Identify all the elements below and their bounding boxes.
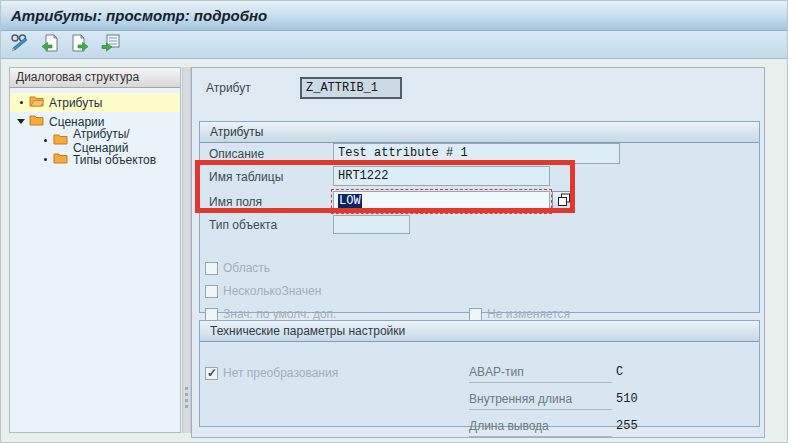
tree-item-attributes[interactable]: Атрибуты <box>10 93 180 112</box>
title-bar: Атрибуты: просмотр: подробно <box>1 1 788 31</box>
detail-panel: Атрибут Z_ATTRIB_1 Атрибуты Описание Tes… <box>191 67 765 438</box>
folder-icon <box>53 152 68 167</box>
object-type-label: Тип объекта <box>209 218 277 232</box>
attribute-label: Атрибут <box>206 81 251 95</box>
matchcode-icon <box>557 193 571 211</box>
folder-icon <box>29 114 44 129</box>
tree-item-label: Типы объектов <box>73 153 156 167</box>
object-type-field[interactable] <box>333 215 410 234</box>
multivalue-checkbox <box>205 285 218 298</box>
next-entry-icon <box>71 34 89 56</box>
technical-settings-title: Технические параметры настройки <box>200 321 759 342</box>
multivalue-checkbox-label: НесколькоЗначен <box>223 284 321 298</box>
output-length-value: 255 <box>616 419 638 433</box>
not-changeable-checkbox-row: Не изменяется <box>469 307 570 321</box>
default-value-checkbox-row: Знач. по умолч. доп. <box>205 307 336 321</box>
default-value-checkbox <box>205 308 218 321</box>
field-name-label: Имя поля <box>209 195 262 209</box>
folder-open-icon <box>29 95 44 110</box>
next-entry-button[interactable] <box>69 34 91 56</box>
not-changeable-checkbox-label: Не изменяется <box>487 307 570 321</box>
area-checkbox <box>205 262 218 275</box>
internal-length-label: Внутренняя длина <box>469 392 612 410</box>
internal-length-value: 510 <box>616 392 638 406</box>
attribute-field[interactable]: Z_ATTRIB_1 <box>300 77 402 99</box>
selected-text: LOW <box>338 194 362 208</box>
application-toolbar <box>1 31 788 59</box>
chevron-expanded-icon[interactable] <box>17 119 25 124</box>
other-entry-button[interactable] <box>99 34 121 56</box>
tree-header: Диалоговая структура <box>10 68 180 88</box>
attributes-groupbox: Атрибуты Описание Test attribute # 1 Имя… <box>199 121 760 313</box>
folder-icon <box>53 133 68 148</box>
panel-splitter[interactable] <box>182 67 191 433</box>
page-title: Атрибуты: просмотр: подробно <box>1 1 788 30</box>
tree-item-label: Атрибуты <box>49 96 102 110</box>
field-name-input[interactable]: LOW <box>333 191 550 212</box>
tree-item-attributes-scenario[interactable]: Атрибуты/Сценарий <box>10 131 180 150</box>
splitter-grip-icon <box>185 387 188 408</box>
output-length-label: Длина вывода <box>469 419 612 437</box>
tree-item-label: Атрибуты/Сценарий <box>73 127 180 155</box>
display-change-icon <box>10 33 30 56</box>
dialog-structure-panel: Диалоговая структура Атрибуты <box>9 67 181 433</box>
table-name-label: Имя таблицы <box>209 170 283 184</box>
no-conversion-checkbox <box>205 367 218 380</box>
tree-item-object-types[interactable]: Типы объектов <box>10 150 180 169</box>
area-checkbox-label: Область <box>223 261 270 275</box>
abap-type-label: ABAP-тип <box>469 365 612 383</box>
previous-entry-icon <box>41 34 59 56</box>
bullet-icon <box>20 101 23 104</box>
description-label: Описание <box>209 147 264 161</box>
description-field[interactable]: Test attribute # 1 <box>333 143 620 164</box>
no-conversion-checkbox-label: Нет преобразования <box>223 366 338 380</box>
bullet-icon <box>44 139 47 142</box>
table-name-field[interactable]: HRT1222 <box>333 166 550 186</box>
no-conversion-checkbox-row: Нет преобразования <box>205 366 338 380</box>
other-entry-icon <box>101 34 120 56</box>
multivalue-checkbox-row: НесколькоЗначен <box>205 284 321 298</box>
previous-entry-button[interactable] <box>39 34 61 56</box>
abap-type-value: C <box>616 365 623 379</box>
area-checkbox-row: Область <box>205 261 270 275</box>
bullet-icon <box>44 158 47 161</box>
tree-items: Атрибуты Сценарии Атрибуты/Сцена <box>10 88 180 169</box>
attributes-groupbox-title: Атрибуты <box>200 122 759 143</box>
sap-window: Атрибуты: просмотр: подробно <box>0 0 788 443</box>
technical-settings-groupbox: Технические параметры настройки Нет прео… <box>199 320 760 427</box>
not-changeable-checkbox <box>469 308 482 321</box>
display-change-button[interactable] <box>9 34 31 56</box>
default-value-checkbox-label: Знач. по умолч. доп. <box>223 307 336 321</box>
value-help-button[interactable] <box>552 191 575 212</box>
